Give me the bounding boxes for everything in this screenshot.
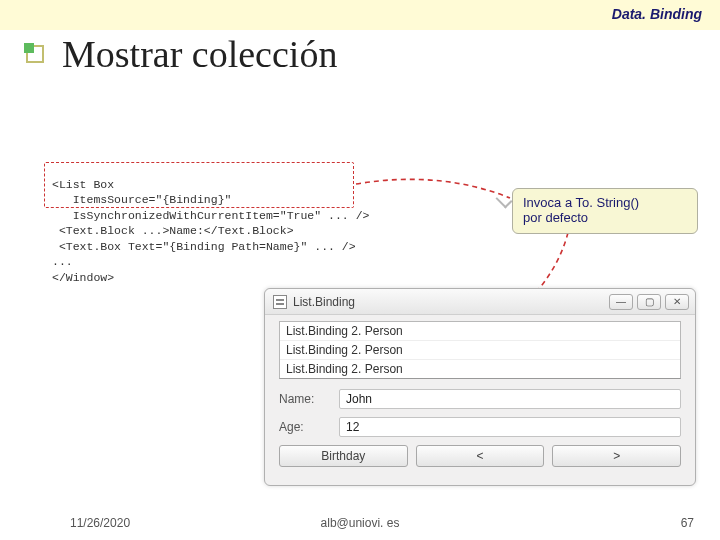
window-icon — [273, 295, 287, 309]
callout-line2: por defecto — [523, 210, 687, 225]
age-label: Age: — [279, 420, 327, 434]
window-title: List.Binding — [293, 295, 609, 309]
people-listbox[interactable]: List.Binding 2. Person List.Binding 2. P… — [279, 321, 681, 379]
bullet-icon — [26, 45, 44, 63]
footer-page-number: 67 — [681, 516, 694, 530]
minimize-button[interactable]: — — [609, 294, 633, 310]
next-button[interactable]: > — [552, 445, 681, 467]
paperclip-icon — [496, 192, 513, 209]
name-input[interactable]: John — [339, 389, 681, 409]
footer-email: alb@uniovi. es — [321, 516, 400, 530]
window-titlebar[interactable]: List.Binding — ▢ ✕ — [265, 289, 695, 315]
age-input[interactable]: 12 — [339, 417, 681, 437]
listbinding-window: List.Binding — ▢ ✕ List.Binding 2. Perso… — [264, 288, 696, 486]
name-label: Name: — [279, 392, 327, 406]
callout-line1: Invoca a To. String() — [523, 195, 687, 210]
birthday-button[interactable]: Birthday — [279, 445, 408, 467]
maximize-button[interactable]: ▢ — [637, 294, 661, 310]
slide-title: Mostrar colección — [62, 32, 337, 76]
list-item[interactable]: List.Binding 2. Person — [280, 360, 680, 378]
tostring-callout: Invoca a To. String() por defecto — [512, 188, 698, 234]
header-topic-label: Data. Binding — [612, 6, 702, 22]
list-item[interactable]: List.Binding 2. Person — [280, 341, 680, 360]
list-item[interactable]: List.Binding 2. Person — [280, 322, 680, 341]
listbox-xaml-highlight-box — [44, 162, 354, 208]
prev-button[interactable]: < — [416, 445, 545, 467]
footer-date: 11/26/2020 — [70, 516, 130, 530]
slide-footer: 11/26/2020 alb@uniovi. es 67 — [0, 516, 720, 530]
close-button[interactable]: ✕ — [665, 294, 689, 310]
title-row: Mostrar colección — [26, 32, 337, 76]
